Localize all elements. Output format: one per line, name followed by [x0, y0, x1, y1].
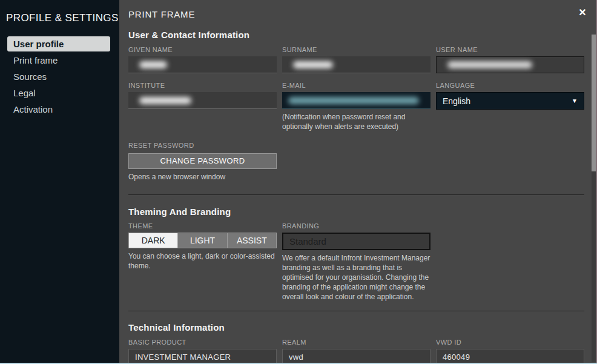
field-realm: REALM vwd — [282, 339, 430, 364]
scrollbar-thumb[interactable] — [592, 35, 596, 171]
field-language: LANGUAGE English ▼ — [436, 82, 584, 132]
technical-grid: BASIC PRODUCT INVESTMENT MANAGER REALM v… — [128, 339, 584, 364]
field-given-name: GIVEN NAME — [128, 46, 277, 73]
language-selected-value: English — [443, 96, 470, 106]
reset-password-block: RESET PASSWORD CHANGE PASSWORD Opens a n… — [128, 142, 277, 182]
vwd-id-input[interactable]: 460049 — [436, 349, 584, 364]
theme-label: THEME — [128, 222, 277, 230]
theme-option-light[interactable]: LIGHT — [178, 233, 227, 248]
branding-help-text: We offer a default Infront Investment Ma… — [282, 254, 430, 302]
sidebar-item-activation[interactable]: Activation — [7, 102, 110, 117]
field-institute: INSTITUTE — [128, 82, 277, 132]
sidebar-item-user-profile[interactable]: User profile — [7, 36, 110, 51]
given-name-label: GIVEN NAME — [128, 46, 277, 54]
user-name-label: USER NAME — [436, 46, 584, 54]
close-icon[interactable]: ✕ — [576, 7, 589, 19]
change-password-button[interactable]: CHANGE PASSWORD — [128, 153, 277, 169]
redacted-value — [288, 97, 419, 104]
field-theme: THEME DARK LIGHT ASSIST You can choose a… — [128, 222, 277, 302]
basic-product-label: BASIC PRODUCT — [128, 339, 277, 346]
main-panel: PRINT FRAME User & Contact Information G… — [119, 0, 597, 364]
section-divider — [128, 194, 584, 195]
chevron-down-icon: ▼ — [572, 98, 578, 104]
redacted-value — [293, 61, 333, 68]
sidebar-item-print-frame[interactable]: Print frame — [7, 53, 110, 68]
branding-label: BRANDING — [282, 222, 430, 230]
section-divider — [128, 311, 584, 311]
field-user-name: USER NAME — [436, 46, 584, 73]
profile-settings-dialog: PROFILE & SETTINGS User profile Print fr… — [0, 0, 597, 364]
redacted-value — [447, 61, 532, 68]
vwd-id-label: VWD ID — [436, 339, 584, 346]
sidebar-nav: User profile Print frame Sources Legal A… — [0, 36, 119, 117]
redacted-value — [139, 97, 191, 104]
surname-input[interactable] — [282, 56, 430, 73]
surname-label: SURNAME — [282, 46, 430, 54]
field-email: E-MAIL (Notification when password reset… — [282, 82, 430, 132]
theming-grid-spacer — [436, 222, 584, 302]
field-surname: SURNAME — [282, 46, 430, 73]
field-vwd-id: VWD ID 460049 — [436, 339, 584, 364]
redacted-value — [139, 61, 167, 68]
theme-option-assist[interactable]: ASSIST — [228, 233, 276, 248]
theming-grid: THEME DARK LIGHT ASSIST You can choose a… — [128, 222, 584, 302]
language-select[interactable]: English ▼ — [436, 92, 584, 110]
email-field[interactable] — [282, 92, 430, 109]
theme-help-text: You can choose a light, dark or color-as… — [128, 252, 277, 271]
sidebar: PROFILE & SETTINGS User profile Print fr… — [0, 0, 119, 363]
sidebar-item-legal[interactable]: Legal — [7, 85, 110, 101]
branding-input[interactable]: Standard — [282, 233, 430, 250]
email-note: (Notification when password reset and op… — [282, 113, 430, 132]
institute-label: INSTITUTE — [128, 82, 277, 90]
realm-label: REALM — [282, 339, 430, 346]
field-branding: BRANDING Standard We offer a default Inf… — [282, 222, 430, 302]
email-label: E-MAIL — [282, 82, 430, 90]
basic-product-input[interactable]: INVESTMENT MANAGER — [128, 349, 277, 364]
reset-password-note: Opens a new browser window — [128, 173, 277, 182]
sidebar-title: PROFILE & SETTINGS — [6, 12, 119, 24]
reset-password-label: RESET PASSWORD — [128, 142, 277, 150]
section-heading-technical: Technical Information — [128, 322, 584, 333]
given-name-input[interactable] — [128, 56, 277, 73]
theme-segmented-control: DARK LIGHT ASSIST — [128, 233, 277, 248]
theme-option-dark[interactable]: DARK — [129, 233, 178, 248]
sidebar-item-sources[interactable]: Sources — [7, 69, 110, 84]
contact-fields-grid: GIVEN NAME SURNAME USER NAME INSTITUTE — [128, 46, 584, 132]
language-label: LANGUAGE — [436, 82, 584, 90]
vertical-scrollbar[interactable] — [592, 35, 596, 362]
user-name-input[interactable] — [436, 56, 584, 73]
institute-input[interactable] — [128, 92, 277, 109]
section-heading-user-contact: User & Contact Information — [128, 30, 584, 40]
section-heading-theming: Theming And Branding — [128, 207, 584, 217]
page-title: PRINT FRAME — [128, 0, 584, 19]
realm-input[interactable]: vwd — [282, 349, 430, 364]
field-basic-product: BASIC PRODUCT INVESTMENT MANAGER — [128, 339, 277, 364]
